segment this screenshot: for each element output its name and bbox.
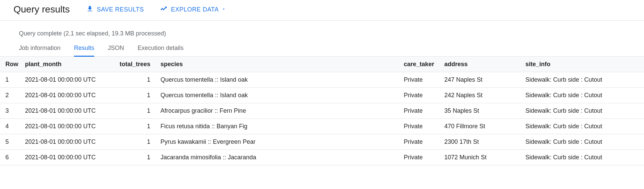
cell-care_taker: Private [400,72,441,88]
cell-site_info: Sidewalk: Curb side : Cutout [522,134,630,150]
cell-species: Quercus tomentella :: Island oak [157,72,400,88]
cell-address: 247 Naples St [441,72,522,88]
cell-extra [630,103,644,119]
cell-row: 2 [0,88,22,103]
results-header: Query results SAVE RESULTS EXPLORE DATA [0,0,644,21]
column-header-site_info[interactable]: site_info [522,57,630,72]
cell-extra [630,88,644,103]
save-results-label: SAVE RESULTS [97,6,144,13]
cell-site_info: Sidewalk: Curb side : Cutout [522,119,630,134]
results-table: Rowplant_monthtotal_treesspeciescare_tak… [0,57,644,165]
explore-data-button[interactable]: EXPLORE DATA [160,5,226,14]
cell-address: 1072 Munich St [441,150,522,165]
tab-execution-details[interactable]: Execution details [138,45,183,56]
table-row: 62021-08-01 00:00:00 UTC1Jacaranda mimos… [0,150,644,165]
table-row: 32021-08-01 00:00:00 UTC1Afrocarpus grac… [0,103,644,119]
cell-species: Jacaranda mimosifolia :: Jacaranda [157,150,400,165]
cell-site_info: Sidewalk: Curb side : Cutout [522,150,630,165]
column-header-species[interactable]: species [157,57,400,72]
cell-row: 5 [0,134,22,150]
cell-plant_month: 2021-08-01 00:00:00 UTC [22,72,116,88]
cell-extra [630,150,644,165]
cell-total_trees: 1 [116,88,157,103]
cell-address: 242 Naples St [441,88,522,103]
column-header-address[interactable]: address [441,57,522,72]
cell-row: 3 [0,103,22,119]
chevron-down-icon [221,6,226,13]
cell-care_taker: Private [400,119,441,134]
save-results-button[interactable]: SAVE RESULTS [86,5,144,14]
results-tabs: Job informationResultsJSONExecution deta… [0,37,644,57]
cell-care_taker: Private [400,88,441,103]
cell-total_trees: 1 [116,103,157,119]
cell-care_taker: Private [400,150,441,165]
cell-site_info: Sidewalk: Curb side : Cutout [522,88,630,103]
table-row: 42021-08-01 00:00:00 UTC1Ficus retusa ni… [0,119,644,134]
cell-extra [630,134,644,150]
column-header-plant_month[interactable]: plant_month [22,57,116,72]
cell-plant_month: 2021-08-01 00:00:00 UTC [22,103,116,119]
cell-site_info: Sidewalk: Curb side : Cutout [522,72,630,88]
explore-data-label: EXPLORE DATA [171,6,219,13]
cell-total_trees: 1 [116,72,157,88]
download-icon [86,5,94,14]
cell-row: 4 [0,119,22,134]
cell-address: 2300 17th St [441,134,522,150]
cell-species: Ficus retusa nitida :: Banyan Fig [157,119,400,134]
cell-care_taker: Private [400,134,441,150]
table-body: 12021-08-01 00:00:00 UTC1Quercus tomente… [0,72,644,165]
column-header-care_taker[interactable]: care_taker [400,57,441,72]
column-header-total_trees[interactable]: total_trees [116,57,157,72]
query-status: Query complete (2.1 sec elapsed, 19.3 MB… [0,21,644,37]
cell-address: 35 Naples St [441,103,522,119]
cell-row: 1 [0,72,22,88]
cell-extra [630,119,644,134]
cell-plant_month: 2021-08-01 00:00:00 UTC [22,119,116,134]
cell-species: Quercus tomentella :: Island oak [157,88,400,103]
cell-row: 6 [0,150,22,165]
cell-species: Pyrus kawakamii :: Evergreen Pear [157,134,400,150]
tab-results[interactable]: Results [74,45,94,56]
column-header-extra [630,57,644,72]
tab-job-information[interactable]: Job information [19,45,60,56]
cell-total_trees: 1 [116,119,157,134]
cell-plant_month: 2021-08-01 00:00:00 UTC [22,134,116,150]
cell-plant_month: 2021-08-01 00:00:00 UTC [22,150,116,165]
page-title: Query results [14,4,70,15]
cell-species: Afrocarpus gracilior :: Fern Pine [157,103,400,119]
column-header-row[interactable]: Row [0,57,22,72]
cell-total_trees: 1 [116,150,157,165]
table-row: 22021-08-01 00:00:00 UTC1Quercus tomente… [0,88,644,103]
cell-plant_month: 2021-08-01 00:00:00 UTC [22,88,116,103]
tab-json[interactable]: JSON [108,45,124,56]
table-header: Rowplant_monthtotal_treesspeciescare_tak… [0,57,644,72]
cell-total_trees: 1 [116,134,157,150]
chart-icon [160,5,168,14]
table-row: 12021-08-01 00:00:00 UTC1Quercus tomente… [0,72,644,88]
cell-extra [630,72,644,88]
cell-site_info: Sidewalk: Curb side : Cutout [522,103,630,119]
cell-address: 470 Fillmore St [441,119,522,134]
cell-care_taker: Private [400,103,441,119]
table-row: 52021-08-01 00:00:00 UTC1Pyrus kawakamii… [0,134,644,150]
